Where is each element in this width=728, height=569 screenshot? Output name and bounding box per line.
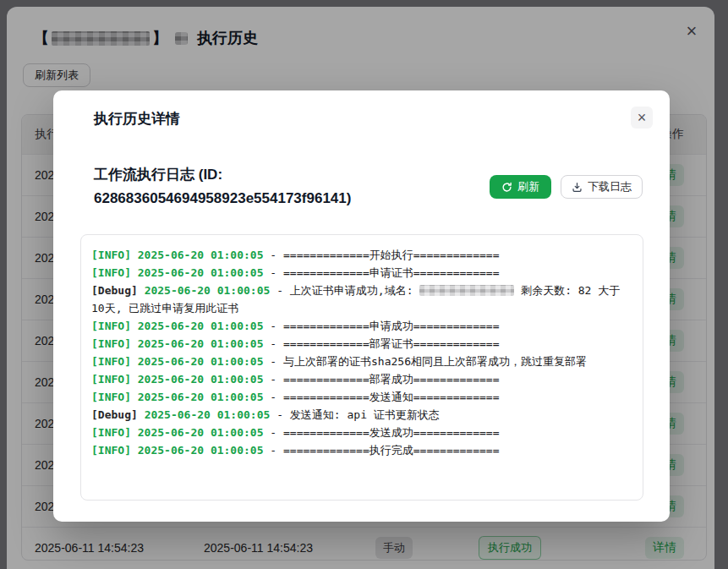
workflow-log-output[interactable]: [INFO] 2025-06-20 01:00:05 - ===========…: [80, 234, 643, 501]
log-level-tag: [INFO]: [91, 320, 131, 332]
download-icon: [572, 182, 583, 193]
log-level-tag: [INFO]: [91, 426, 131, 439]
modal-title: 执行历史详情: [94, 109, 180, 129]
log-line: [Debug] 2025-06-20 01:00:05 - 上次证书申请成功,域…: [91, 282, 632, 317]
execution-detail-modal: 执行历史详情 × 工作流执行日志 (ID: 628683605469495892…: [53, 90, 670, 522]
screen: 【 】 执行历史 × 刷新列表 执行时间 操作 202详情202详情202详情2…: [0, 0, 728, 569]
log-timestamp: 2025-06-20 01:00:05: [138, 266, 264, 279]
log-line: [INFO] 2025-06-20 01:00:05 - ===========…: [91, 441, 632, 459]
log-timestamp: 2025-06-20 01:00:05: [138, 444, 264, 457]
log-line: [INFO] 2025-06-20 01:00:05 - ===========…: [91, 370, 632, 388]
refresh-button-label: 刷新: [517, 179, 539, 194]
log-level-tag: [INFO]: [91, 337, 131, 350]
log-timestamp: 2025-06-20 01:00:05: [138, 391, 264, 403]
modal-close-button[interactable]: ×: [631, 107, 653, 129]
log-timestamp: 2025-06-20 01:00:05: [138, 337, 264, 350]
log-level-tag: [Debug]: [91, 408, 138, 421]
log-timestamp: 2025-06-20 01:00:05: [138, 373, 264, 386]
log-level-tag: [INFO]: [91, 266, 131, 279]
log-level-tag: [INFO]: [91, 355, 131, 368]
download-log-button[interactable]: 下载日志: [561, 175, 643, 199]
log-timestamp: 2025-06-20 01:00:05: [138, 249, 264, 261]
log-line: [INFO] 2025-06-20 01:00:05 - 与上次部署的证书sha…: [91, 353, 632, 370]
log-timestamp: 2025-06-20 01:00:05: [145, 408, 271, 421]
log-level-tag: [Debug]: [91, 284, 138, 297]
refresh-icon: [501, 182, 512, 193]
log-timestamp: 2025-06-20 01:00:05: [138, 426, 264, 439]
log-level-tag: [INFO]: [91, 249, 131, 261]
log-header: 工作流执行日志 (ID: 6286836054694958923e554173f…: [94, 163, 643, 211]
log-timestamp: 2025-06-20 01:00:05: [138, 355, 264, 368]
log-line: [INFO] 2025-06-20 01:00:05 - ===========…: [91, 424, 632, 441]
log-line: [INFO] 2025-06-20 01:00:05 - ===========…: [91, 335, 632, 353]
close-icon: ×: [638, 110, 647, 125]
log-line: [INFO] 2025-06-20 01:00:05 - ===========…: [91, 317, 632, 335]
log-line: [INFO] 2025-06-20 01:00:05 - ===========…: [91, 388, 632, 406]
log-line: [INFO] 2025-06-20 01:00:05 - ===========…: [91, 264, 632, 282]
log-level-tag: [INFO]: [91, 391, 131, 403]
log-header-buttons: 刷新 下载日志: [490, 175, 643, 199]
log-level-tag: [INFO]: [91, 373, 131, 386]
log-level-tag: [INFO]: [91, 444, 131, 457]
log-timestamp: 2025-06-20 01:00:05: [145, 284, 271, 297]
workflow-log-title: 工作流执行日志 (ID: 6286836054694958923e554173f…: [94, 163, 483, 211]
download-button-label: 下载日志: [588, 179, 632, 194]
log-timestamp: 2025-06-20 01:00:05: [138, 320, 264, 332]
log-line: [INFO] 2025-06-20 01:00:05 - ===========…: [91, 246, 632, 264]
redacted-domain: [419, 285, 514, 296]
log-line: [Debug] 2025-06-20 01:00:05 - 发送通知: api …: [91, 406, 632, 424]
refresh-log-button[interactable]: 刷新: [490, 175, 551, 199]
